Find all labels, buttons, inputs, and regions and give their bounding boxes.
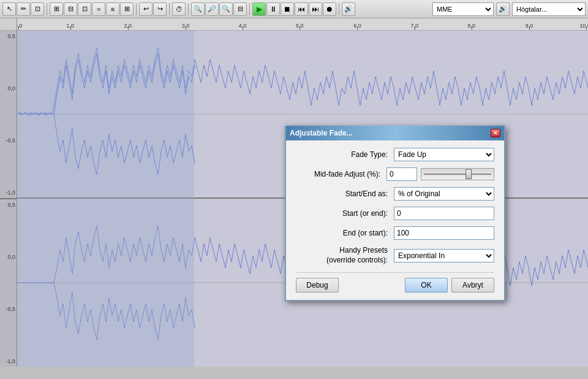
toolbar-btn-draw[interactable]: ≡ bbox=[106, 2, 119, 16]
start-input[interactable] bbox=[394, 207, 494, 220]
cancel-button[interactable]: Avbryt bbox=[451, 278, 494, 293]
ruler-label-5: 5,0 bbox=[296, 23, 304, 29]
dialog-title: Adjustable Fade... bbox=[290, 129, 353, 137]
toolbar-speaker-select[interactable]: Högtalar... bbox=[512, 2, 586, 16]
toolbar-mme-select[interactable]: MME bbox=[432, 2, 494, 16]
toolbar-sep-6 bbox=[339, 3, 339, 15]
toolbar-sep-5 bbox=[249, 3, 250, 15]
ruler-label-4: 4,0 bbox=[239, 23, 247, 29]
toolbar-btn-stop[interactable]: ⏹ bbox=[281, 2, 294, 16]
toolbar-btn-pause[interactable]: ⏸ bbox=[266, 2, 280, 16]
fade-type-select[interactable]: Fade Up Fade Down SCurve Up SCurve Down bbox=[394, 148, 494, 161]
toolbar-btn-select[interactable]: ⊡ bbox=[31, 2, 44, 16]
start-control bbox=[394, 207, 494, 220]
ok-cancel-group: OK Avbryt bbox=[405, 278, 494, 293]
toolbar-btn-zoomout[interactable]: 🔍 bbox=[219, 2, 233, 16]
adjustable-fade-dialog: Adjustable Fade... ✕ Fade Type: Fade Up … bbox=[285, 126, 505, 301]
dialog-close-button[interactable]: ✕ bbox=[491, 129, 500, 137]
mid-fade-label: Mid-fade Adjust (%): bbox=[296, 170, 386, 178]
ruler-label-1: 1,0 bbox=[66, 23, 74, 29]
track-marker-lower-4: -1,0 bbox=[0, 358, 17, 364]
toolbar-sep-1 bbox=[47, 3, 47, 15]
ruler-label-2: 2,0 bbox=[124, 23, 132, 29]
toolbar-sep-4 bbox=[188, 3, 189, 15]
start-end-control: % of Original dB Linear bbox=[394, 187, 494, 201]
toolbar-btn-record[interactable]: ⏺ bbox=[323, 2, 336, 16]
dialog-content: Fade Type: Fade Up Fade Down SCurve Up S… bbox=[286, 140, 504, 300]
ruler-label-7: 7,0 bbox=[410, 23, 418, 29]
dialog-titlebar[interactable]: Adjustable Fade... ✕ bbox=[286, 126, 504, 140]
ruler-label-9: 9,0 bbox=[526, 23, 533, 29]
ruler: 0,0 1,0 2,0 3,0 4,0 5,0 6,0 7,0 8,0 9,0 … bbox=[17, 18, 588, 31]
toolbar-btn-back[interactable]: ⏮ bbox=[295, 2, 308, 16]
toolbar-sep-3 bbox=[169, 3, 170, 15]
dialog-buttons: Debug OK Avbryt bbox=[296, 272, 494, 293]
toolbar-btn-trim[interactable]: ⊡ bbox=[78, 2, 91, 16]
debug-button[interactable]: Debug bbox=[296, 278, 339, 293]
ruler-label-3: 3,0 bbox=[182, 23, 190, 29]
toolbar-btn-zoom[interactable]: ⊞ bbox=[50, 2, 63, 16]
fade-type-row: Fade Type: Fade Up Fade Down SCurve Up S… bbox=[296, 148, 494, 161]
toolbar-btn-zoomin[interactable]: 🔎 bbox=[205, 2, 219, 16]
toolbar-btn-cursor[interactable]: ↖ bbox=[2, 2, 16, 16]
mid-fade-control bbox=[386, 167, 494, 181]
track-marker-upper-4: -1,0 bbox=[0, 190, 17, 196]
end-row: End (or start): bbox=[296, 226, 494, 240]
start-end-row: Start/End as: % of Original dB Linear bbox=[296, 187, 494, 201]
mid-fade-row: Mid-fade Adjust (%): bbox=[296, 167, 494, 181]
toolbar: ↖ ✏ ⊡ ⊞ ⊟ ⊡ ≈ ≡ ⊞ ↩ ↪ ⏱ 🔍 🔎 🔍 ⊟ ▶ ⏸ ⏹ ⏮ … bbox=[0, 0, 588, 18]
ruler-label-6: 6,0 bbox=[353, 23, 361, 29]
track-marker-lower-3: -0,5 bbox=[0, 306, 17, 312]
presets-select[interactable]: Exponential In Exponential Out Linear In… bbox=[394, 249, 494, 262]
toolbar-btn-undo[interactable]: ↩ bbox=[139, 2, 153, 16]
main-area: 0,5 0,0 -0,5 -1,0 0,5 0,0 -0,5 -1,0 0,0 … bbox=[0, 18, 588, 367]
slider-track bbox=[424, 174, 491, 175]
end-control bbox=[394, 226, 494, 240]
start-row: Start (or end): bbox=[296, 207, 494, 220]
toolbar-vol-btn[interactable]: 🔊 bbox=[496, 2, 510, 16]
track-marker-upper-3: -0,5 bbox=[0, 137, 17, 144]
toolbar-btn-magnify[interactable]: 🔍 bbox=[191, 2, 205, 16]
toolbar-btn-vol[interactable]: 🔊 bbox=[342, 2, 355, 16]
toolbar-btn-fit[interactable]: ⊟ bbox=[233, 2, 247, 16]
track-marker-lower-2: 0,0 bbox=[0, 254, 17, 260]
toolbar-btn-silence[interactable]: ≈ bbox=[92, 2, 105, 16]
start-end-select[interactable]: % of Original dB Linear bbox=[394, 187, 494, 201]
fade-type-control: Fade Up Fade Down SCurve Up SCurve Down bbox=[394, 148, 494, 161]
mid-fade-slider[interactable] bbox=[421, 168, 494, 180]
end-label: End (or start): bbox=[296, 229, 394, 237]
mid-fade-input[interactable] bbox=[386, 167, 417, 181]
toolbar-btn-pencil[interactable]: ✏ bbox=[17, 2, 30, 16]
presets-control: Exponential In Exponential Out Linear In… bbox=[394, 249, 494, 262]
presets-label: Handy Presets(override controls): bbox=[296, 246, 394, 265]
selection-overlay bbox=[17, 31, 194, 367]
ruler-label-10: 10,0 bbox=[580, 23, 588, 29]
track-marker-upper-1: 0,5 bbox=[0, 33, 17, 39]
slider-thumb[interactable] bbox=[466, 169, 472, 179]
toolbar-sep-2 bbox=[136, 3, 137, 15]
track-marker-lower-1: 0,5 bbox=[0, 202, 17, 208]
track-marker-upper-2: 0,0 bbox=[0, 85, 17, 91]
toolbar-btn-play[interactable]: ▶ bbox=[252, 2, 266, 16]
toolbar-btn-redo[interactable]: ↪ bbox=[153, 2, 167, 16]
toolbar-btn-zoom2[interactable]: ⊟ bbox=[64, 2, 77, 16]
toolbar-btn-timer[interactable]: ⏱ bbox=[172, 2, 186, 16]
ok-button[interactable]: OK bbox=[405, 278, 448, 293]
end-input[interactable] bbox=[394, 226, 494, 240]
start-label: Start (or end): bbox=[296, 209, 394, 218]
fade-type-label: Fade Type: bbox=[296, 150, 394, 159]
toolbar-btn-multi[interactable]: ⊞ bbox=[120, 2, 134, 16]
start-end-label: Start/End as: bbox=[296, 190, 394, 198]
toolbar-btn-forward[interactable]: ⏭ bbox=[309, 2, 322, 16]
ruler-label-0: 0,0 bbox=[17, 23, 22, 29]
ruler-label-8: 8,0 bbox=[468, 23, 476, 29]
presets-row: Handy Presets(override controls): Expone… bbox=[296, 246, 494, 265]
